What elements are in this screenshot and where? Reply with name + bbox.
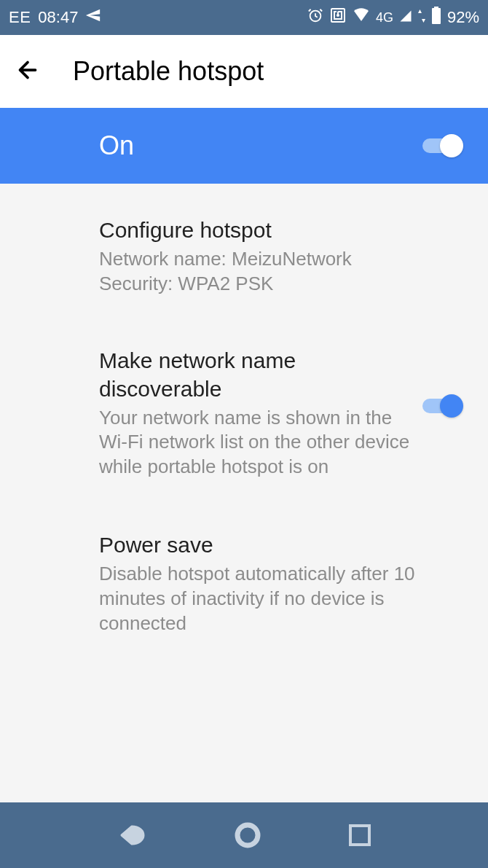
wifi-icon — [353, 7, 370, 28]
battery-icon — [431, 7, 441, 28]
alarm-icon — [307, 7, 323, 28]
status-bar: EE 08:47 4G 92% — [0, 0, 488, 35]
nav-home-button[interactable] — [235, 822, 261, 848]
app-bar: Portable hotspot — [0, 35, 488, 108]
carrier-label: EE — [9, 8, 31, 27]
hotspot-state-label: On — [99, 130, 134, 161]
power-save-subtitle: Disable hotspot automatically after 10 m… — [99, 562, 453, 636]
svg-rect-4 — [350, 825, 370, 845]
data-icon — [418, 8, 425, 27]
svg-rect-1 — [432, 8, 441, 24]
configure-hotspot-security: Security: WPA2 PSK — [99, 272, 453, 297]
signal-icon — [399, 8, 412, 27]
configure-hotspot-network-name: Network name: MeizuNetwork — [99, 247, 453, 272]
page-title: Portable hotspot — [73, 56, 264, 87]
discoverable-switch[interactable] — [421, 393, 463, 419]
send-icon — [85, 7, 101, 28]
nav-recent-button[interactable] — [349, 824, 371, 846]
status-right: 4G 92% — [307, 7, 479, 28]
discoverable-title: Make network name discoverable — [99, 346, 411, 403]
clock-time: 08:47 — [38, 8, 78, 27]
nfc-icon — [329, 7, 347, 28]
nav-back-button[interactable] — [117, 824, 146, 847]
discoverable-item[interactable]: Make network name discoverable Your netw… — [0, 305, 488, 485]
hotspot-master-switch[interactable] — [421, 133, 463, 159]
power-save-item[interactable]: Power save Disable hotspot automatically… — [0, 485, 488, 644]
network-label: 4G — [376, 10, 393, 26]
configure-hotspot-item[interactable]: Configure hotspot Network name: MeizuNet… — [0, 189, 488, 305]
battery-percent: 92% — [447, 8, 479, 27]
discoverable-subtitle: Your network name is shown in the Wi-Fi … — [99, 406, 411, 480]
svg-rect-2 — [434, 7, 438, 9]
navigation-bar — [0, 802, 488, 868]
hotspot-master-toggle-row[interactable]: On — [0, 108, 488, 184]
configure-hotspot-title: Configure hotspot — [99, 216, 453, 244]
status-left: EE 08:47 — [9, 7, 101, 28]
back-button[interactable] — [15, 57, 41, 86]
svg-point-3 — [237, 825, 258, 845]
power-save-title: Power save — [99, 531, 453, 559]
settings-list: Configure hotspot Network name: MeizuNet… — [0, 184, 488, 644]
